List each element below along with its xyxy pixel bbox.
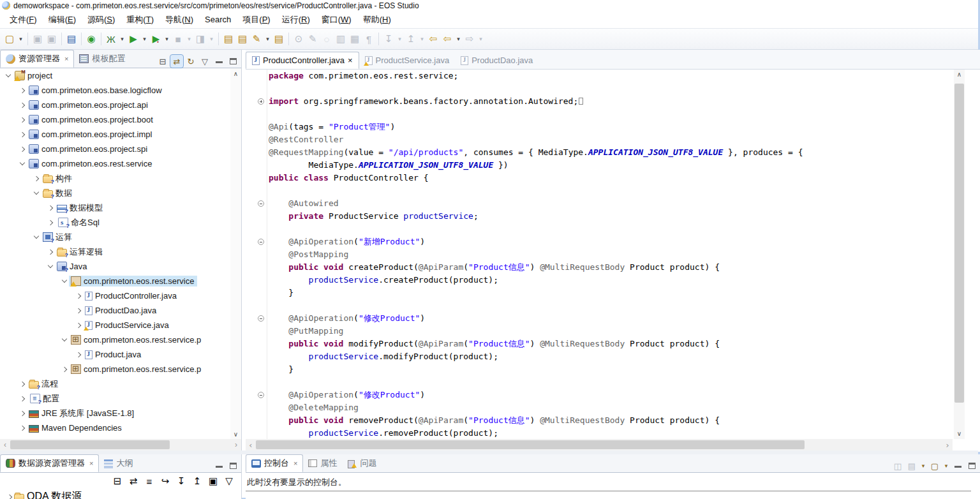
refresh-icon[interactable]: ↻	[184, 55, 197, 68]
external-tools-dropdown[interactable]: ▾	[207, 31, 216, 47]
explorer-tab-资源管理器[interactable]: 资源管理器×	[0, 50, 74, 68]
tree-item-target[interactable]: 运算逻辑	[55, 246, 106, 258]
menu-编辑[interactable]: 编辑(E)	[43, 11, 82, 28]
save-all-icon[interactable]: ▣	[45, 31, 59, 47]
tree-item[interactable]: 命名Sql	[0, 215, 231, 230]
editor-vscrollbar[interactable]: ∧ ∨	[954, 70, 965, 439]
tree-item-target[interactable]: Java	[55, 261, 90, 272]
link-with-editor-icon[interactable]: ⇄	[126, 473, 140, 489]
tree-item[interactable]: com.primeton.eos.base.logicflow	[0, 83, 231, 98]
tree-item[interactable]: com.primeton.eos.rest.service	[0, 274, 231, 288]
code-editor[interactable]: package com.primeton.eos.rest.service;im…	[246, 70, 953, 439]
tree-item[interactable]: project	[0, 68, 231, 83]
maximize-icon[interactable]	[226, 459, 239, 472]
expand-twisty-icon[interactable]	[18, 397, 27, 401]
explorer-vscrollbar[interactable]: ∧ ∨	[230, 68, 241, 439]
tree-item[interactable]: 流程	[0, 376, 231, 391]
expand-twisty-icon[interactable]	[46, 206, 55, 210]
tree-item-target[interactable]: ProductService.java	[83, 320, 172, 331]
tree-item[interactable]: com.primeton.eos.rest.service.p	[0, 332, 231, 347]
prev-annotation-icon[interactable]: ↥	[404, 31, 418, 47]
debug-icon[interactable]: Ж	[104, 31, 118, 47]
open-type-icon[interactable]: ▤	[235, 31, 249, 47]
tree-item-oda[interactable]: ODA 数据源	[0, 489, 241, 499]
tree-item-target[interactable]: com.primeton.eos.rest.service.p	[69, 334, 204, 345]
save-icon[interactable]: ▣	[206, 473, 220, 489]
console-tab-属性[interactable]: 属性	[303, 454, 343, 472]
connect-icon[interactable]: ↪	[158, 473, 172, 489]
expand-twisty-icon[interactable]	[74, 324, 83, 327]
next-annotation-icon[interactable]: ↧	[382, 31, 396, 47]
tree-item-target[interactable]: ProductDao.java	[83, 305, 160, 316]
new-wizard-icon[interactable]: ▢	[3, 31, 17, 47]
expand-twisty-icon[interactable]	[18, 103, 27, 107]
menu-重构[interactable]: 重构(T)	[121, 11, 160, 28]
twisty-icon[interactable]	[5, 495, 14, 499]
vscroll-thumb[interactable]	[954, 84, 964, 403]
next-edit-icon[interactable]: ▥	[334, 31, 348, 47]
pin-console-icon[interactable]: ◫	[891, 459, 904, 472]
forward-dropdown[interactable]: ▾	[477, 31, 485, 47]
close-icon[interactable]: ×	[348, 56, 353, 65]
run-config-icon[interactable]: ▶▪	[149, 31, 163, 47]
menu-源码[interactable]: 源码(S)	[82, 11, 121, 28]
tree-item-target[interactable]: com.primeton.eos.base.logicflow	[27, 85, 165, 96]
export-icon[interactable]: ↥	[190, 473, 204, 489]
console-tab-问题[interactable]: 问题	[343, 454, 382, 472]
console-view-icon[interactable]: ▤	[64, 31, 78, 47]
tree-item-target[interactable]: 数据模型	[55, 202, 106, 214]
scroll-left-icon[interactable]: ‹	[246, 440, 256, 450]
close-icon[interactable]: ×	[293, 459, 297, 467]
debug-dropdown[interactable]: ▾	[118, 31, 126, 47]
expand-twisty-icon[interactable]	[18, 89, 27, 93]
expand-twisty-icon[interactable]	[18, 147, 27, 151]
boot-server-icon[interactable]: ◉	[84, 31, 98, 47]
search-icon[interactable]: ⊙	[292, 31, 306, 47]
expand-twisty-icon[interactable]	[32, 177, 41, 181]
datasource-tab-数据源资源管理器[interactable]: 数据源资源管理器×	[0, 454, 99, 472]
stop-dropdown[interactable]: ▾	[185, 31, 193, 47]
link-with-editor-icon[interactable]: ⇄	[170, 55, 183, 68]
tree-item[interactable]: 数据模型	[0, 200, 231, 215]
menu-导航[interactable]: 导航(N)	[160, 11, 199, 28]
run-dropdown[interactable]: ▾	[140, 31, 149, 47]
scroll-down-icon[interactable]: ∨	[954, 429, 965, 439]
minimize-icon[interactable]	[212, 55, 225, 68]
tree-item[interactable]: Java	[0, 259, 231, 274]
run-icon[interactable]: ▶	[126, 31, 140, 47]
close-icon[interactable]: ×	[64, 55, 68, 63]
collapse-twisty-icon[interactable]	[46, 265, 55, 267]
tree-item-target[interactable]: com.primeton.eos.project.spi	[27, 144, 151, 154]
view-menu-icon[interactable]: ▽	[222, 473, 236, 489]
show-whitespace-icon[interactable]: ¶	[362, 31, 376, 47]
tree-item-target[interactable]: 运算	[41, 231, 75, 244]
expand-twisty-icon[interactable]	[74, 353, 83, 357]
collapse-twisty-icon[interactable]	[60, 280, 69, 282]
collapse-twisty-icon[interactable]	[60, 339, 69, 341]
tree-item-target[interactable]: 命名Sql	[55, 216, 103, 229]
maximize-icon[interactable]	[226, 55, 239, 68]
expand-twisty-icon[interactable]	[18, 133, 27, 137]
expand-twisty-icon[interactable]	[46, 250, 55, 254]
back-dropdown[interactable]: ▾	[454, 31, 463, 47]
collapse-twisty-icon[interactable]	[4, 75, 13, 77]
collapse-twisty-icon[interactable]	[18, 163, 27, 165]
tree-item-target[interactable]: 流程	[27, 378, 61, 391]
display-console-dropdown[interactable]: ▾	[919, 459, 927, 472]
tree-item-target[interactable]: 数据	[41, 187, 75, 200]
run-config-dropdown[interactable]: ▾	[163, 31, 171, 47]
editor-tab-ProductDao.java[interactable]: ProductDao.java	[455, 52, 538, 69]
expand-twisty-icon[interactable]	[74, 309, 83, 313]
external-tools-icon[interactable]: ◨	[193, 31, 207, 47]
editor-tab-ProductService.java[interactable]: ProductService.java	[359, 52, 456, 69]
maximize-icon[interactable]	[965, 459, 978, 472]
new-dropdown[interactable]: ▾	[17, 31, 25, 47]
fold-collapse-icon[interactable]	[258, 315, 264, 322]
last-edit-location-icon[interactable]: ⇦	[426, 31, 440, 47]
tree-item-target[interactable]: com.primeton.eos.rest.service	[69, 276, 197, 287]
tree-item[interactable]: Maven Dependencies	[0, 421, 231, 435]
next-annotation-dropdown[interactable]: ▾	[396, 31, 404, 47]
menu-Search[interactable]: Search	[199, 12, 237, 27]
import-icon[interactable]: ↧	[174, 473, 188, 489]
tree-item[interactable]: 运算	[0, 230, 231, 244]
